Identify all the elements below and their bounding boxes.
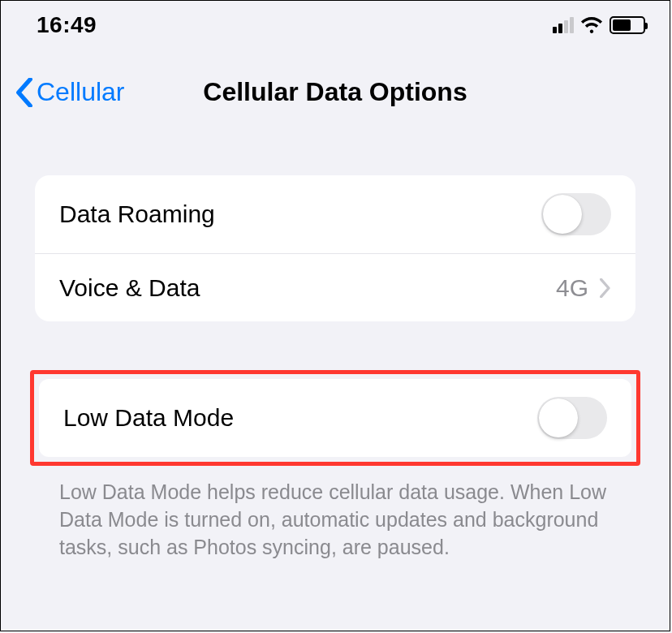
back-button[interactable]: Cellular [15, 77, 124, 107]
chevron-right-icon [600, 278, 611, 298]
voice-data-value: 4G [556, 274, 588, 302]
row-label: Low Data Mode [63, 404, 234, 432]
cellular-signal-icon [553, 17, 574, 33]
highlight-callout: Low Data Mode [30, 370, 640, 466]
data-roaming-toggle[interactable] [541, 193, 611, 235]
wifi-icon [580, 16, 603, 34]
chevron-left-icon [15, 78, 33, 107]
settings-screen: 16:49 Cellular Cellular Data Options Dat… [0, 0, 670, 631]
settings-group-2: Low Data Mode [39, 379, 631, 457]
status-time: 16:49 [37, 12, 97, 38]
low-data-mode-toggle[interactable] [537, 397, 607, 439]
row-low-data-mode[interactable]: Low Data Mode [39, 379, 631, 457]
status-bar: 16:49 [1, 1, 670, 45]
row-voice-and-data[interactable]: Voice & Data 4G [35, 253, 635, 321]
status-icons [553, 16, 645, 34]
settings-group-1: Data Roaming Voice & Data 4G [1, 175, 670, 321]
row-label: Voice & Data [59, 274, 200, 302]
back-button-label: Cellular [37, 77, 124, 107]
battery-icon [610, 16, 645, 34]
group-footer-note: Low Data Mode helps reduce cellular data… [1, 466, 670, 561]
nav-header: Cellular Cellular Data Options [1, 45, 670, 123]
row-data-roaming[interactable]: Data Roaming [35, 175, 635, 253]
row-label: Data Roaming [59, 200, 215, 228]
row-right: 4G [556, 274, 611, 302]
